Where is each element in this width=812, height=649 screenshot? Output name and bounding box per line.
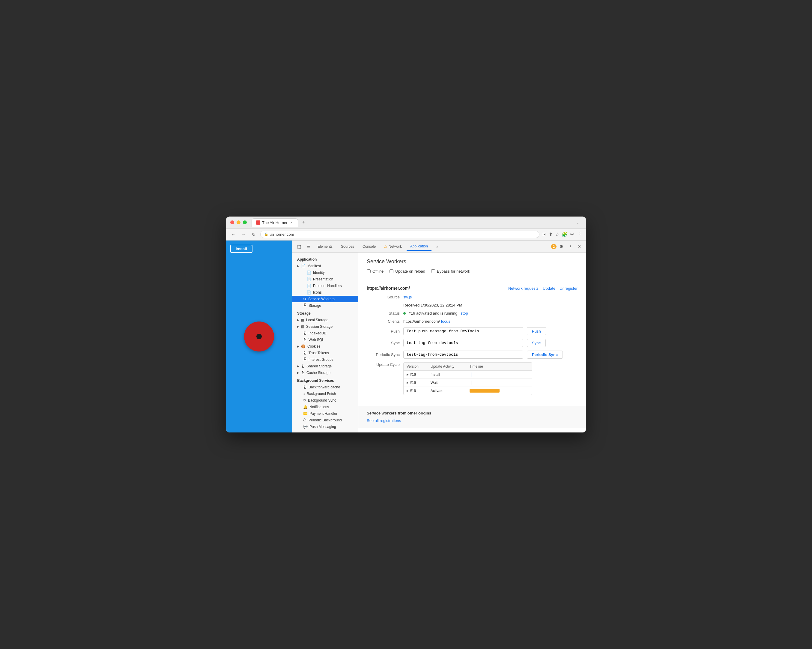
nav-background-sync[interactable]: ↻ Background Sync — [292, 397, 358, 404]
clients-row: Clients https://airhorner.com/ focus — [367, 319, 577, 324]
unregister-link[interactable]: Unregister — [560, 286, 577, 291]
nav-push-messaging[interactable]: 💬 Push Messaging — [292, 423, 358, 430]
warning-badge: 2 — [551, 244, 557, 249]
bypass-network-checkbox[interactable] — [431, 269, 435, 273]
close-button[interactable] — [230, 220, 234, 224]
minimize-button[interactable] — [237, 220, 241, 224]
tab-sources[interactable]: Sources — [337, 243, 358, 250]
nav-service-workers[interactable]: ⚙ Service Workers — [292, 296, 358, 302]
status-row: Status #16 activated and is running stop — [367, 311, 577, 316]
status-dot — [403, 312, 406, 315]
see-all-registrations-link[interactable]: See all registrations — [367, 418, 401, 423]
url-text: airhorner.com — [270, 232, 294, 237]
update-reload-checkbox[interactable] — [389, 269, 394, 273]
nav-interest-groups[interactable]: 🗄 Interest Groups — [292, 356, 358, 363]
nav-shared-storage[interactable]: ▶ 🗄 Shared Storage — [292, 363, 358, 370]
install-button[interactable]: Install — [230, 245, 252, 253]
forward-button[interactable]: → — [240, 231, 247, 238]
nav-back-forward-cache[interactable]: 🗄 Back/forward cache — [292, 384, 358, 391]
received-value: Received 1/30/2023, 12:28:14 PM — [403, 303, 462, 307]
cursor-tool-button[interactable]: ⬚ — [295, 242, 303, 251]
tab-elements[interactable]: Elements — [314, 243, 336, 250]
nav-notifications-label: Notifications — [310, 405, 329, 409]
uc-version-install: ▶ #16 — [407, 373, 430, 377]
new-tab-button[interactable]: + — [300, 219, 307, 226]
uc-header-timeline: Timeline — [470, 364, 529, 369]
nav-indexeddb[interactable]: 🗄 IndexedDB — [292, 330, 358, 336]
uc-timeline-install — [470, 373, 529, 377]
update-cycle-label: Update Cycle — [367, 362, 400, 367]
expand-arrow-manifest: ▶ — [297, 264, 299, 267]
status-label: Status — [367, 311, 400, 316]
extension-icon[interactable]: 🧩 — [562, 232, 568, 237]
nav-websql[interactable]: 🗄 Web SQL — [292, 336, 358, 343]
bypass-network-checkbox-item[interactable]: Bypass for network — [431, 269, 470, 273]
source-row: Source sw.js — [367, 295, 577, 299]
address-field[interactable]: 🔒 airhorner.com — [260, 231, 539, 238]
push-button[interactable]: Push — [527, 327, 546, 335]
tab-close-button[interactable]: ✕ — [289, 220, 293, 224]
periodic-sync-input[interactable] — [403, 351, 523, 359]
tab-application[interactable]: Application — [407, 242, 432, 251]
nav-cache-storage[interactable]: ▶ 🗄 Cache Storage — [292, 370, 358, 376]
nav-periodic-background[interactable]: ⏱ Periodic Background — [292, 417, 358, 423]
tab-more[interactable]: » — [433, 243, 442, 250]
devtools-close-button[interactable]: ✕ — [575, 242, 583, 251]
update-reload-checkbox-item[interactable]: Update on reload — [389, 269, 425, 273]
tab-network[interactable]: ⚠ Network — [380, 243, 405, 250]
maximize-button[interactable] — [243, 220, 247, 224]
status-text: #16 activated and is running — [409, 311, 458, 316]
uc-arrow-install: ▶ — [407, 373, 409, 376]
sync-button[interactable]: Sync — [527, 339, 546, 347]
sync-input[interactable] — [403, 339, 523, 347]
offline-checkbox-item[interactable]: Offline — [367, 269, 383, 273]
nav-presentation[interactable]: 📄 Presentation — [292, 276, 358, 283]
reload-button[interactable]: ↻ — [250, 231, 257, 238]
focus-link[interactable]: focus — [441, 319, 450, 324]
device-toolbar-button[interactable]: ☰ — [304, 242, 313, 251]
bypass-network-label: Bypass for network — [437, 269, 470, 273]
nav-session-storage[interactable]: ▶ ▦ Session Storage — [292, 323, 358, 330]
cast-icon[interactable]: ⊡ — [542, 232, 546, 237]
browser-tab-active[interactable]: The Air Horner ✕ — [252, 218, 298, 227]
nav-payment-handler[interactable]: 💳 Payment Handler — [292, 410, 358, 417]
tab-console[interactable]: Console — [359, 243, 379, 250]
devtools-more-button[interactable]: ⋮ — [566, 242, 574, 251]
update-link[interactable]: Update — [543, 286, 555, 291]
stop-link[interactable]: stop — [461, 311, 468, 316]
trust-tokens-icon: 🗄 — [303, 351, 307, 355]
offline-checkbox[interactable] — [367, 269, 371, 273]
share-icon[interactable]: ⬆ — [549, 232, 553, 237]
timeline-bar-activate — [470, 389, 499, 392]
status-value: #16 activated and is running stop — [403, 311, 468, 316]
nav-cookies[interactable]: ▶ 🍪 Cookies — [292, 343, 358, 350]
uc-row-wait: ▶ #16 Wait — [404, 379, 532, 387]
nav-icons[interactable]: 📄 Icons — [292, 289, 358, 296]
lock-icon: 🔒 — [264, 232, 269, 236]
nav-manifest[interactable]: ▶ 📄 Manifest — [292, 263, 358, 269]
profile-icon[interactable]: ⚯ — [570, 232, 574, 237]
indexeddb-icon: 🗄 — [303, 331, 307, 335]
panel-title: Service Workers — [367, 258, 577, 265]
settings-button[interactable]: ⚙ — [557, 242, 566, 251]
nav-identity[interactable]: 📄 Identity — [292, 269, 358, 276]
push-input[interactable] — [403, 327, 523, 335]
push-icon: 💬 — [303, 425, 308, 429]
nav-notifications[interactable]: 🔔 Notifications — [292, 404, 358, 410]
source-link[interactable]: sw.js — [403, 295, 412, 299]
network-requests-link[interactable]: Network requests — [508, 286, 539, 291]
nav-background-fetch[interactable]: ↕ Background Fetch — [292, 391, 358, 397]
devtools-toolbar-right: 2 ⚙ ⋮ ✕ — [551, 242, 583, 251]
nav-storage[interactable]: 🗄 Storage — [292, 302, 358, 309]
section-header-storage: Storage — [292, 309, 358, 317]
back-button[interactable]: ← — [230, 231, 237, 238]
storage-icon: 🗄 — [303, 304, 307, 308]
protocol-icon: 📄 — [307, 284, 311, 288]
local-storage-icon: ▦ — [301, 318, 304, 322]
bookmark-icon[interactable]: ☆ — [555, 232, 559, 237]
periodic-sync-button[interactable]: Periodic Sync — [527, 351, 563, 359]
menu-icon[interactable]: ⋮ — [577, 232, 582, 237]
nav-protocol-handlers[interactable]: 📄 Protocol Handlers — [292, 283, 358, 289]
nav-local-storage[interactable]: ▶ ▦ Local Storage — [292, 317, 358, 323]
nav-trust-tokens[interactable]: 🗄 Trust Tokens — [292, 350, 358, 356]
